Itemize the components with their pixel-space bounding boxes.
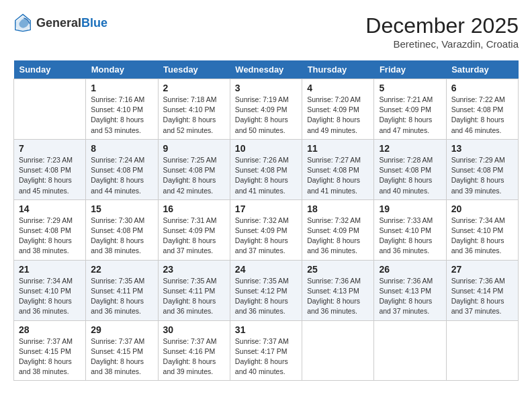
logo-text: General Blue [36,17,107,29]
day-number: 18 [307,203,369,214]
day-info: Sunrise: 7:36 AM Sunset: 4:13 PM Dayligh… [307,276,369,317]
calendar-cell: 6Sunrise: 7:22 AM Sunset: 4:08 PM Daylig… [446,79,518,140]
calendar-cell: 9Sunrise: 7:25 AM Sunset: 4:08 PM Daylig… [158,139,230,199]
day-number: 16 [163,203,225,214]
day-number: 22 [91,264,152,275]
day-info: Sunrise: 7:28 AM Sunset: 4:08 PM Dayligh… [379,155,441,196]
day-info: Sunrise: 7:16 AM Sunset: 4:10 PM Dayligh… [91,95,152,136]
calendar-cell: 21Sunrise: 7:34 AM Sunset: 4:10 PM Dayli… [14,260,86,320]
day-number: 23 [163,264,225,275]
calendar-cell: 12Sunrise: 7:28 AM Sunset: 4:08 PM Dayli… [374,139,446,199]
calendar-cell: 7Sunrise: 7:23 AM Sunset: 4:08 PM Daylig… [14,139,86,199]
calendar-cell: 31Sunrise: 7:37 AM Sunset: 4:17 PM Dayli… [230,320,302,381]
calendar-cell: 4Sunrise: 7:20 AM Sunset: 4:09 PM Daylig… [302,79,374,140]
day-number: 15 [91,203,152,214]
day-number: 20 [451,203,513,214]
calendar-table: SundayMondayTuesdayWednesdayThursdayFrid… [13,60,519,381]
day-info: Sunrise: 7:23 AM Sunset: 4:08 PM Dayligh… [19,155,81,196]
day-info: Sunrise: 7:36 AM Sunset: 4:14 PM Dayligh… [451,276,513,317]
day-info: Sunrise: 7:21 AM Sunset: 4:09 PM Dayligh… [379,95,441,136]
calendar-cell: 18Sunrise: 7:32 AM Sunset: 4:09 PM Dayli… [302,199,374,260]
calendar-cell: 1Sunrise: 7:16 AM Sunset: 4:10 PM Daylig… [86,79,158,140]
calendar-cell [374,320,446,381]
calendar-cell: 19Sunrise: 7:33 AM Sunset: 4:10 PM Dayli… [374,199,446,260]
calendar-cell: 28Sunrise: 7:37 AM Sunset: 4:15 PM Dayli… [14,320,86,381]
calendar-cell: 3Sunrise: 7:19 AM Sunset: 4:09 PM Daylig… [230,79,302,140]
day-info: Sunrise: 7:19 AM Sunset: 4:09 PM Dayligh… [235,95,297,136]
calendar-cell: 25Sunrise: 7:36 AM Sunset: 4:13 PM Dayli… [302,260,374,320]
day-number: 10 [235,143,297,154]
calendar-cell: 16Sunrise: 7:31 AM Sunset: 4:09 PM Dayli… [158,199,230,260]
day-header-wednesday: Wednesday [230,60,302,79]
day-header-tuesday: Tuesday [158,60,230,79]
day-info: Sunrise: 7:29 AM Sunset: 4:08 PM Dayligh… [451,155,513,196]
calendar-cell: 26Sunrise: 7:36 AM Sunset: 4:13 PM Dayli… [374,260,446,320]
calendar-cell: 15Sunrise: 7:30 AM Sunset: 4:08 PM Dayli… [86,199,158,260]
day-number: 4 [307,83,369,93]
day-number: 5 [379,83,441,93]
week-row-3: 14Sunrise: 7:29 AM Sunset: 4:08 PM Dayli… [14,199,519,260]
week-row-5: 28Sunrise: 7:37 AM Sunset: 4:15 PM Dayli… [14,320,519,381]
day-number: 29 [91,324,152,335]
day-number: 19 [379,203,441,214]
header-row: SundayMondayTuesdayWednesdayThursdayFrid… [14,60,519,79]
day-number: 12 [379,143,441,154]
day-number: 17 [235,203,297,214]
day-info: Sunrise: 7:37 AM Sunset: 4:15 PM Dayligh… [91,336,152,377]
day-number: 14 [19,203,81,214]
day-info: Sunrise: 7:22 AM Sunset: 4:08 PM Dayligh… [451,95,513,136]
calendar-cell: 14Sunrise: 7:29 AM Sunset: 4:08 PM Dayli… [14,199,86,260]
day-number: 13 [451,143,513,154]
calendar-cell: 30Sunrise: 7:37 AM Sunset: 4:16 PM Dayli… [158,320,230,381]
day-info: Sunrise: 7:32 AM Sunset: 4:09 PM Dayligh… [235,216,297,257]
day-info: Sunrise: 7:20 AM Sunset: 4:09 PM Dayligh… [307,95,369,136]
day-info: Sunrise: 7:29 AM Sunset: 4:08 PM Dayligh… [19,216,81,257]
calendar-cell [302,320,374,381]
calendar-cell: 22Sunrise: 7:35 AM Sunset: 4:11 PM Dayli… [86,260,158,320]
week-row-1: 1Sunrise: 7:16 AM Sunset: 4:10 PM Daylig… [14,79,519,140]
day-number: 7 [19,143,81,154]
day-info: Sunrise: 7:35 AM Sunset: 4:11 PM Dayligh… [91,276,152,317]
day-number: 30 [163,324,225,335]
day-header-saturday: Saturday [446,60,518,79]
title-area: December 2025 Beretinec, Varazdin, Croat… [365,13,519,50]
day-number: 8 [91,143,152,154]
week-row-4: 21Sunrise: 7:34 AM Sunset: 4:10 PM Dayli… [14,260,519,320]
calendar-cell: 23Sunrise: 7:35 AM Sunset: 4:11 PM Dayli… [158,260,230,320]
calendar-cell: 11Sunrise: 7:27 AM Sunset: 4:08 PM Dayli… [302,139,374,199]
calendar-cell: 20Sunrise: 7:34 AM Sunset: 4:10 PM Dayli… [446,199,518,260]
day-info: Sunrise: 7:35 AM Sunset: 4:12 PM Dayligh… [235,276,297,317]
day-number: 2 [163,83,225,93]
calendar-cell: 27Sunrise: 7:36 AM Sunset: 4:14 PM Dayli… [446,260,518,320]
calendar-cell: 29Sunrise: 7:37 AM Sunset: 4:15 PM Dayli… [86,320,158,381]
day-number: 11 [307,143,369,154]
week-row-2: 7Sunrise: 7:23 AM Sunset: 4:08 PM Daylig… [14,139,519,199]
day-info: Sunrise: 7:34 AM Sunset: 4:10 PM Dayligh… [19,276,81,317]
day-header-friday: Friday [374,60,446,79]
calendar-cell: 10Sunrise: 7:26 AM Sunset: 4:08 PM Dayli… [230,139,302,199]
day-number: 3 [235,83,297,93]
day-info: Sunrise: 7:30 AM Sunset: 4:08 PM Dayligh… [91,216,152,257]
calendar-cell: 5Sunrise: 7:21 AM Sunset: 4:09 PM Daylig… [374,79,446,140]
calendar-cell: 8Sunrise: 7:24 AM Sunset: 4:08 PM Daylig… [86,139,158,199]
day-header-monday: Monday [86,60,158,79]
location: Beretinec, Varazdin, Croatia [365,38,519,50]
day-info: Sunrise: 7:37 AM Sunset: 4:15 PM Dayligh… [19,336,81,377]
day-info: Sunrise: 7:37 AM Sunset: 4:17 PM Dayligh… [235,336,297,377]
day-number: 21 [19,264,81,275]
day-number: 26 [379,264,441,275]
day-number: 1 [91,83,152,93]
day-number: 28 [19,324,81,335]
day-header-thursday: Thursday [302,60,374,79]
day-info: Sunrise: 7:18 AM Sunset: 4:10 PM Dayligh… [163,95,225,136]
logo: General Blue [13,13,107,32]
calendar-cell [446,320,518,381]
day-info: Sunrise: 7:26 AM Sunset: 4:08 PM Dayligh… [235,155,297,196]
day-info: Sunrise: 7:34 AM Sunset: 4:10 PM Dayligh… [451,216,513,257]
calendar-cell: 13Sunrise: 7:29 AM Sunset: 4:08 PM Dayli… [446,139,518,199]
day-number: 6 [451,83,513,93]
day-number: 27 [451,264,513,275]
day-info: Sunrise: 7:35 AM Sunset: 4:11 PM Dayligh… [163,276,225,317]
calendar-cell: 24Sunrise: 7:35 AM Sunset: 4:12 PM Dayli… [230,260,302,320]
day-header-sunday: Sunday [14,60,86,79]
